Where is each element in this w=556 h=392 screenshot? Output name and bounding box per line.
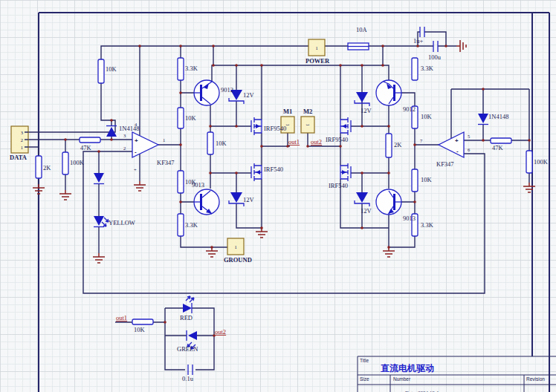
data-connector-label: DATA [10,154,28,161]
resistor-100k-left[interactable] [62,152,68,174]
resistor-label-47k-left: 47K [80,144,92,151]
resistor-10k-l1[interactable] [98,59,104,83]
power-connector[interactable]: 1 [308,39,325,56]
titleblock-title-label: Title [360,358,369,363]
opamp-left-plus-sign: + [135,137,138,144]
ground-connector-label: GROUND [224,256,252,264]
net-label-out2-bottom: out2 [215,328,226,336]
cap-label-100u: 100u [428,53,442,61]
resistor-label-47k-right: 47K [492,144,504,151]
opamp-left-ref: KF347 [157,159,175,166]
resistor-label-10k-l3: 10K [216,140,227,147]
opamp-left-power-plus: + [134,167,137,172]
resistor-label-100k-right: 100K [534,158,549,166]
schematic-canvas[interactable]: + - + - 3 2 1 1 1 1 1 [0,0,556,392]
data-pin-2: 2 [21,137,23,143]
cap-label-1u: 1u+ [413,37,424,45]
led-label-yellow: YELLOW [109,219,135,226]
transistor-label-9013-right: 9013 [403,215,416,222]
net-label-out2-mid: out2 [311,138,322,146]
zener-label-12v-r1: 12V [361,107,372,114]
resistor-label-3k3-l2: 3.3K [185,221,198,229]
m1-connector-label: M1 [283,108,292,115]
m2-pin-1: 1 [306,123,311,125]
led-label-green: GREEN [177,345,198,353]
diode-label-1n4148-right: 1N4148 [488,113,508,120]
data-pin-3: 3 [21,130,23,135]
opamp-left-pin3: 3 [123,133,126,138]
opamp-left-pin2: 2 [123,146,126,151]
resistor-2k-right[interactable] [386,134,392,157]
resistor-3k3-r1[interactable] [412,58,418,80]
data-pin-1: 1 [21,145,23,150]
transistor-label-9012-left: 9012 [221,86,233,94]
opamp-left-minus-sign: - [135,148,137,155]
ground-pin-1: 1 [234,244,236,249]
opamp-right-pin5: 5 [468,134,470,139]
opamp-right-ref: KF347 [436,160,454,168]
transistor-9013-right[interactable] [376,189,401,215]
resistor-label-3k3-r2: 3.3K [421,221,434,229]
resistor-label-3k3-r1: 3.3K [421,65,434,72]
opamp-left-pin1: 1 [163,137,165,143]
resistor-47k-left[interactable] [80,137,100,143]
transistor-9012-right[interactable] [376,80,401,105]
resistor-label-3k3-l1: 3.3K [185,65,198,72]
mosfet-label-irf9540-left: IRF9540 [264,125,286,132]
resistor-label-10k-l2: 10K [185,114,197,122]
zener-label-12v-l2: 12V [243,196,255,203]
resistor-label-10k-r2: 10K [421,176,433,183]
resistor-label-10k-bottom: 10K [134,326,146,333]
resistor-3k3-l1[interactable] [178,58,184,80]
transistor-label-9012-right: 9012 [403,105,416,113]
resistor-47k-right[interactable] [491,138,511,143]
titleblock-number-label: Number [393,376,411,382]
transistor-label-9013-left: 9013 [192,181,204,189]
resistor-10k-l2[interactable] [178,108,184,128]
opamp-right-plus-sign: + [455,137,459,144]
m2-connector-label: M2 [303,108,312,115]
m2-connector[interactable]: 1 [301,117,314,133]
power-connector-label: POWER [306,57,330,65]
ground-connector[interactable]: 1 [227,238,244,255]
mosfet-label-irf9540-right: IRF9540 [326,136,348,143]
net-label-out1-bottom: out1 [116,314,127,321]
resistor-10k-bottom[interactable] [132,319,153,324]
resistor-label-2k-right: 2K [394,141,402,148]
resistor-label-2k-left: 2K [43,164,51,172]
mosfet-label-irf540-right: IRF540 [329,182,348,189]
titleblock-size-label: Size [360,376,369,382]
resistor-10k-r2[interactable] [412,169,418,192]
transistor-9013-left[interactable] [194,189,219,215]
power-pin-1: 1 [315,45,317,50]
titleblock-revision-label: Revision [526,376,545,382]
opamp-right-minus-sign: - [456,148,459,154]
zener-label-12v-r2: 12V [361,207,372,215]
data-connector[interactable]: 3 2 1 [11,126,28,153]
cap-label-0u1: 0.1u [182,375,194,382]
resistor-2k-left[interactable] [36,156,42,178]
resistor-label-100k-left: 100K [70,159,85,166]
led-label-red: RED [180,314,193,321]
fuse-10a[interactable] [348,43,369,50]
fuse-label-10a: 10A [356,26,368,33]
resistor-label-10k-l1: 10K [106,65,117,73]
resistor-10k-l3[interactable] [207,132,213,154]
titleblock-title: 直流电机驱动 [381,363,434,373]
transistor-9012-left[interactable] [194,80,219,105]
schematic-sheet[interactable]: + - + - 3 2 1 1 1 1 1 [0,0,556,392]
resistor-10k-l4[interactable] [178,171,184,193]
zener-label-12v-l1: 12V [243,91,255,99]
resistor-label-10k-r1: 10K [421,113,433,120]
resistor-3k3-l2[interactable] [178,214,184,236]
resistor-100k-right[interactable] [526,151,532,173]
net-label-out1-mid: out1 [288,138,300,146]
mosfet-label-irf540-left: IRF540 [264,166,283,173]
